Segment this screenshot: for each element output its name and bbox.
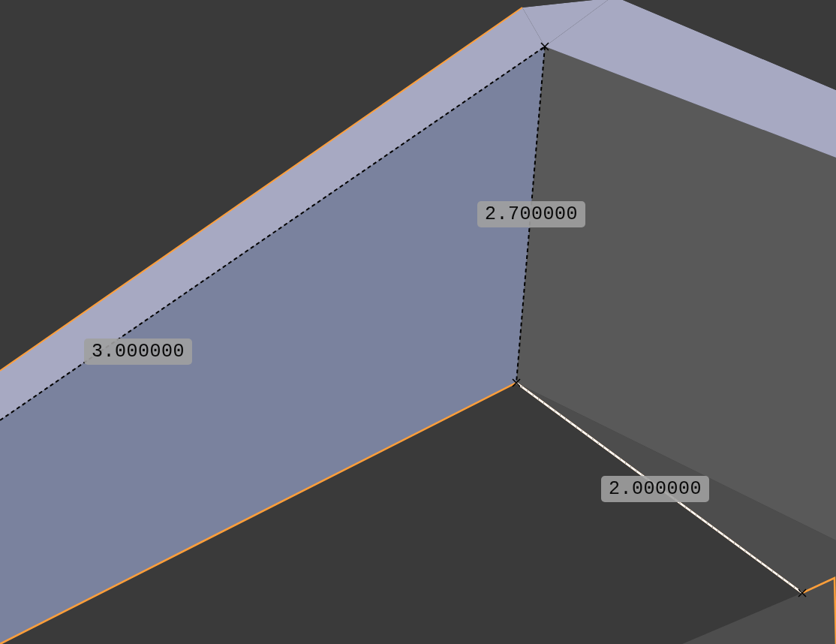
scene-geometry [0, 0, 836, 644]
viewport-3d[interactable]: 3.000000 2.700000 2.000000 [0, 0, 836, 644]
